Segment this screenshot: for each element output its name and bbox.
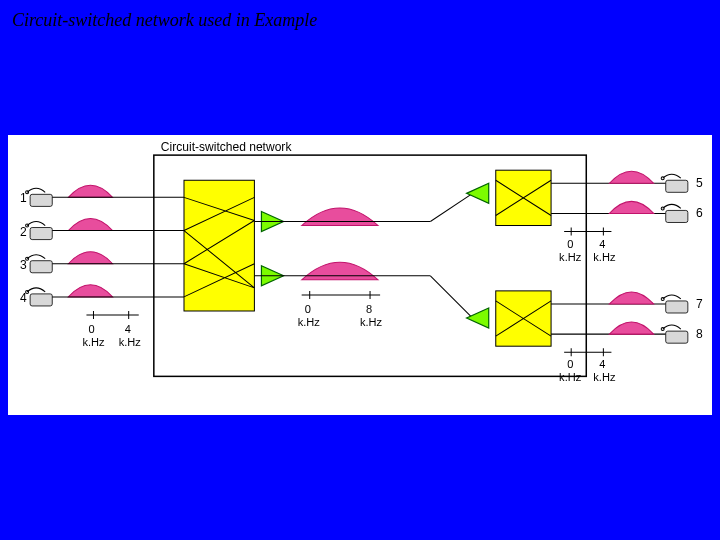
- phone-label: 8: [696, 327, 703, 341]
- bandwidth-arc: [68, 285, 112, 297]
- telephone-icon: [26, 288, 53, 306]
- amplifier-icon: [467, 308, 489, 328]
- amplifier-icon: [467, 183, 489, 203]
- page-title: Circuit-switched network used in Example: [12, 10, 317, 31]
- svg-marker-10: [467, 183, 489, 203]
- svg-rect-12: [666, 180, 688, 192]
- telephone-icon: [26, 255, 53, 273]
- network-diagram: Circuit-switched network 1 2 3 4 0 4 k.H…: [8, 135, 712, 417]
- bw-unit: k.Hz: [559, 251, 582, 263]
- bw-unit: k.Hz: [559, 371, 582, 383]
- bw-unit: k.Hz: [298, 316, 321, 328]
- network-box-label: Circuit-switched network: [161, 140, 293, 154]
- phone-label: 6: [696, 206, 703, 220]
- phone-label: 2: [20, 225, 27, 239]
- bandwidth-arc: [68, 218, 112, 230]
- telephone-icon: [26, 221, 53, 239]
- bw-low: 0: [567, 238, 573, 250]
- bw-low: 0: [88, 323, 94, 335]
- svg-rect-18: [666, 331, 688, 343]
- trunk-line: [430, 193, 472, 221]
- bandwidth-arc: [609, 322, 653, 334]
- phone-label: 5: [696, 176, 703, 190]
- diagram-container: Circuit-switched network 1 2 3 4 0 4 k.H…: [8, 135, 712, 415]
- bandwidth-arc: [302, 262, 378, 280]
- svg-rect-14: [666, 210, 688, 222]
- phone-label: 7: [696, 297, 703, 311]
- svg-rect-2: [30, 228, 52, 240]
- svg-rect-16: [666, 301, 688, 313]
- bw-unit: k.Hz: [593, 251, 616, 263]
- bw-high: 4: [599, 358, 605, 370]
- bw-high: 4: [599, 238, 605, 250]
- svg-rect-6: [30, 294, 52, 306]
- bw-unit: k.Hz: [360, 316, 383, 328]
- bandwidth-arc: [609, 201, 653, 213]
- bw-unit: k.Hz: [593, 371, 616, 383]
- svg-rect-4: [30, 261, 52, 273]
- bw-unit: k.Hz: [82, 336, 105, 348]
- bandwidth-arc: [609, 171, 653, 183]
- bw-high: 4: [125, 323, 131, 335]
- bw-low: 0: [567, 358, 573, 370]
- phone-label: 1: [20, 191, 27, 205]
- phone-label: 3: [20, 258, 27, 272]
- telephone-icon: [26, 188, 53, 206]
- phone-label: 4: [20, 291, 27, 305]
- bandwidth-arc: [302, 208, 378, 226]
- svg-point-19: [661, 328, 664, 331]
- trunk-line: [430, 276, 472, 318]
- bw-unit: k.Hz: [119, 336, 142, 348]
- svg-rect-0: [30, 194, 52, 206]
- bandwidth-arc: [609, 292, 653, 304]
- bandwidth-arc: [68, 185, 112, 197]
- bw-low: 0: [305, 303, 311, 315]
- bw-high: 8: [366, 303, 372, 315]
- bandwidth-arc: [68, 252, 112, 264]
- svg-marker-11: [467, 308, 489, 328]
